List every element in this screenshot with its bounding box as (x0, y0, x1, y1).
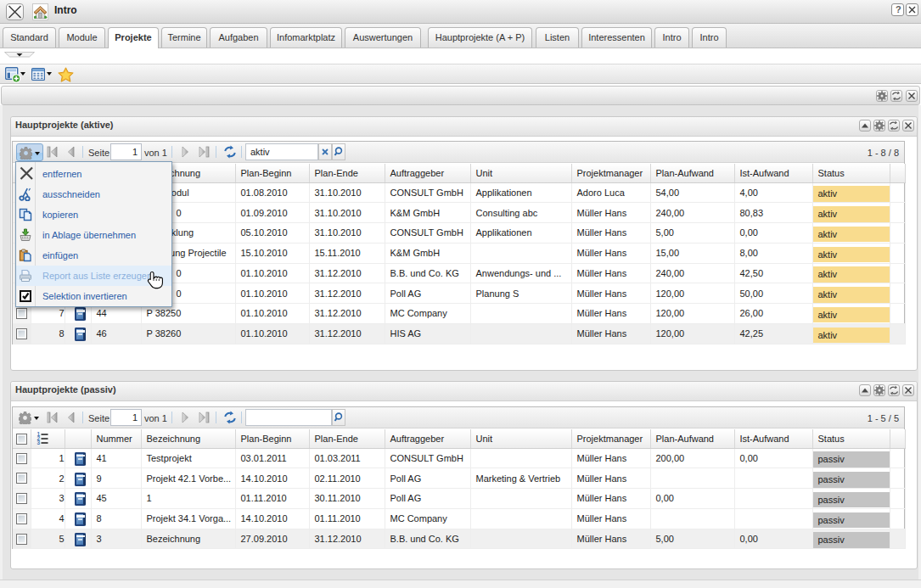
svg-text:3: 3 (37, 440, 40, 445)
